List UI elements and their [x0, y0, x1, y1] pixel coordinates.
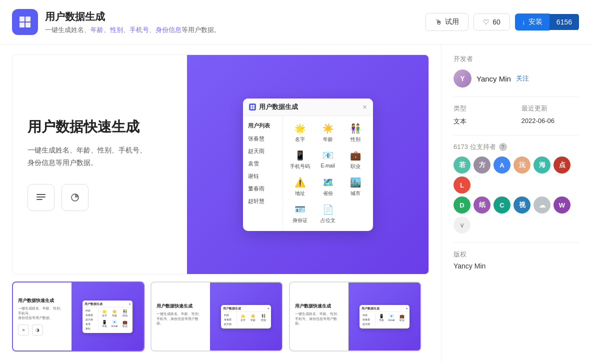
app-icon [12, 9, 38, 35]
grid-item-name[interactable]: 🌟 名字 [287, 120, 314, 146]
developer-avatar: Y [454, 70, 472, 88]
thumb-mini-header-3: 用户数据生成 × [362, 307, 408, 312]
id-label: 身份证 [292, 217, 308, 224]
app-info: 用户数据生成 一键生成姓名、年龄、性别、手机号、身份信息等用户数据。 [45, 10, 426, 34]
copyright-value: Yancy Min [454, 262, 579, 270]
copyright-label: 版权 [454, 250, 579, 259]
avatars-row-1: 若方A沅海点L [454, 156, 579, 194]
thumb-mini-header-2: 用户数据生成 × [223, 307, 269, 312]
thumb-mini-card-3: 用户数据生成 × 列表 张春慧 赵天雨 [360, 305, 410, 328]
supporters-label: 6173 位支持者 ? [454, 142, 579, 152]
address-label: 地址 [295, 190, 305, 197]
thumb-desc-1: 一键生成姓名、年龄、性别、手机号、身份信息等用户数据。 [18, 306, 66, 320]
preview-big-title: 用户数据快速生成 [28, 118, 172, 136]
thumb-mini-grid-1: 🌟名字 ☀️年龄 👫性别 📱手机 📧Email 💼职业 [98, 308, 130, 331]
thumbnails: 用户数据快速生成 一键生成姓名、年龄、性别、手机号、身份信息等用户数据。 ≡ ◑… [12, 282, 429, 352]
job-label: 职业 [350, 163, 360, 170]
thumb-mini-sidebar-3: 列表 张春慧 赵天雨 [362, 313, 376, 326]
thumbnail-2-inner: 用户数据快速生成 一键生成姓名、年龄、性别、手机号、身份信息等用户数据。 用户数… [152, 282, 282, 350]
id-icon: 🪪 [294, 204, 306, 215]
address-icon: ⚠️ [294, 177, 306, 188]
list-item[interactable]: 赵轩慧 [243, 195, 282, 208]
supporter-avatar: L [454, 176, 470, 194]
thumb-title-1: 用户数据快速生成 [18, 298, 66, 304]
job-icon: 💼 [350, 150, 361, 161]
city-label: 城市 [350, 190, 360, 197]
download-icon: ↓ [522, 18, 526, 26]
follow-button[interactable]: 关注 [516, 74, 529, 83]
install-button[interactable]: ↓ 安装 6156 [515, 14, 579, 30]
install-main[interactable]: ↓ 安装 [515, 14, 550, 30]
svg-rect-1 [26, 16, 30, 22]
like-button[interactable]: ♡ 60 [474, 14, 510, 30]
grid-item-id[interactable]: 🪪 身份证 [287, 201, 314, 227]
list-item[interactable]: 张春慧 [243, 132, 282, 145]
grid-item-email[interactable]: 📧 E-mail [314, 147, 341, 173]
phone-icon: 📱 [294, 150, 306, 161]
supporter-avatar: 点 [554, 156, 570, 174]
list-item[interactable]: 谢钰 [243, 170, 282, 182]
svg-rect-5 [36, 196, 46, 198]
thumb-mini-body-2: 列表 张春慧 赵天雨 🌟名字 ☀️年龄 👫性别 [223, 313, 269, 326]
thumb-mini-grid-2: 🌟名字 ☀️年龄 👫性别 [237, 313, 269, 326]
thumb-mini-header-1: 用户数据生成 × [84, 302, 130, 308]
age-label: 年龄 [323, 136, 333, 143]
divider-1 [454, 96, 579, 97]
svg-rect-0 [20, 16, 24, 22]
svg-rect-8 [250, 105, 252, 107]
supporter-avatar: ☁ [534, 196, 550, 214]
mockup-grid: 🌟 名字 ☀️ 年龄 👫 性别 [283, 116, 373, 231]
grid-item-city[interactable]: 🏙️ 城市 [342, 174, 368, 200]
svg-rect-2 [20, 22, 24, 28]
email-icon: 📧 [322, 150, 334, 161]
grid-item-address[interactable]: ⚠️ 地址 [287, 174, 314, 200]
thumbnail-2-left: 用户数据快速生成 一键生成姓名、年龄、性别、手机号、身份信息等用户数据。 [152, 282, 210, 350]
mockup-close-icon[interactable]: × [363, 103, 367, 111]
meta-grid: 类型 最近更新 文本 2022-06-06 [454, 104, 579, 126]
preview-icon-list [28, 184, 54, 211]
grid-item-province[interactable]: 🗺️ 省份 [314, 174, 341, 200]
mockup-sidebar: 用户列表 张春慧 赵天雨 袁雪 谢钰 董春雨 赵轩慧 [243, 116, 283, 231]
svg-rect-3 [26, 22, 30, 28]
updated-value: 2022-06-06 [522, 117, 580, 126]
expand-avatars-button[interactable]: ∨ [454, 216, 470, 234]
thumbnail-2[interactable]: 用户数据快速生成 一键生成姓名、年龄、性别、手机号、身份信息等用户数据。 用户数… [150, 282, 283, 352]
thumb-icon-list: ≡ [18, 324, 29, 336]
grid-item-phone[interactable]: 📱 手机号码 [287, 147, 314, 173]
thumb-mini-grid-3: 📱手机 📧Email 💼职业 [376, 313, 408, 326]
thumbnail-3[interactable]: 用户数据快速生成 一键生成姓名、年龄、性别、手机号、身份信息等用户数据。 用户数… [289, 282, 422, 352]
supporters-section: 6173 位支持者 ? 若方A沅海点L D纸C视☁W∨ [454, 142, 579, 234]
trial-button[interactable]: 🖱 试用 [426, 13, 468, 31]
grid-item-gender[interactable]: 👫 性别 [342, 120, 368, 146]
svg-rect-9 [252, 105, 254, 107]
list-item[interactable]: 赵天雨 [243, 145, 282, 158]
thumb-desc-3: 一键生成姓名、年龄、性别、手机号、身份信息等用户数据。 [295, 312, 344, 326]
mockup-dot-icon [249, 104, 256, 110]
thumb-mini-body-1: 列表 张春慧 赵天雨 袁雪 谢钰 🌟名字 ☀️年龄 [84, 308, 130, 331]
grid-item-job[interactable]: 💼 职业 [342, 147, 368, 173]
supporter-avatar: 海 [534, 156, 550, 174]
grid-item-age[interactable]: ☀️ 年龄 [314, 120, 341, 146]
divider-2 [454, 135, 579, 136]
thumbnail-3-left: 用户数据快速生成 一键生成姓名、年龄、性别、手机号、身份信息等用户数据。 [290, 282, 348, 350]
right-panel: 开发者 Y Yancy Min 关注 类型 最近更新 文本 2022-06-06 [441, 44, 591, 362]
svg-rect-4 [36, 194, 46, 195]
preview-icon-chart [62, 184, 88, 211]
preview-main: 用户数据快速生成 一键生成姓名、年龄、性别、手机号、身份信息等用户数据。 [12, 54, 429, 274]
mockup-card: 用户数据生成 × 用户列表 张春慧 赵天雨 袁雪 谢钰 董春雨 [243, 98, 373, 231]
developer-row: Y Yancy Min 关注 [454, 70, 579, 88]
grid-item-placeholder[interactable]: 📄 占位文 [314, 201, 341, 227]
thumbnail-3-inner: 用户数据快速生成 一键生成姓名、年龄、性别、手机号、身份信息等用户数据。 用户数… [290, 282, 420, 350]
heart-icon: ♡ [483, 18, 490, 26]
help-icon[interactable]: ? [499, 143, 507, 151]
thumbnail-1[interactable]: 用户数据快速生成 一键生成姓名、年龄、性别、手机号、身份信息等用户数据。 ≡ ◑… [12, 282, 144, 352]
supporter-avatar: 纸 [474, 196, 490, 214]
mockup-body: 用户列表 张春慧 赵天雨 袁雪 谢钰 董春雨 赵轩慧 🌟 [243, 116, 373, 231]
list-item[interactable]: 袁雪 [243, 158, 282, 170]
mockup-header-title: 用户数据生成 [249, 102, 298, 112]
list-item[interactable]: 董春雨 [243, 182, 282, 195]
type-value: 文本 [454, 117, 512, 126]
app-subtitle: 一键生成姓名、年龄、性别、手机号、身份信息等用户数据。 [45, 26, 426, 34]
svg-rect-11 [252, 107, 254, 109]
thumb-mini-sidebar-1: 列表 张春慧 赵天雨 袁雪 谢钰 [84, 308, 98, 331]
